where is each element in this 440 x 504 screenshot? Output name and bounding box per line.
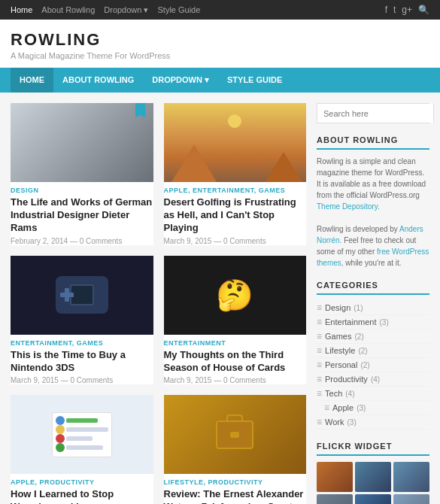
flickr-thumb-2[interactable]: [355, 462, 391, 492]
category-link[interactable]: Work: [325, 417, 344, 427]
search-button[interactable]: 🔍: [433, 104, 440, 123]
main-nav-dropdown[interactable]: DROPDOWN ▾: [143, 68, 218, 93]
about-text-4: while you're at it.: [345, 259, 401, 267]
post-category: DESIGN: [11, 187, 153, 194]
site-tagline: A Magical Magazine Theme For WordPress: [11, 51, 429, 60]
post-thumbnail-wrap: [164, 395, 307, 474]
main-nav-styleguide[interactable]: STYLE GUIDE: [218, 68, 291, 93]
list-item: Work (3): [317, 415, 429, 430]
post-title[interactable]: Desert Golfing is Frustrating as Hell, a…: [164, 196, 307, 235]
list-item: Lifestyle (2): [317, 344, 429, 358]
top-nav-dropdown[interactable]: Dropdown ▾: [104, 5, 148, 15]
post-category: APPLE, ENTERTAINMENT, GAMES: [164, 187, 307, 194]
post-thumbnail-wrap: [11, 103, 153, 182]
list-item: Tech (4): [317, 387, 429, 401]
top-nav-home[interactable]: Home: [11, 5, 32, 15]
post-thumbnail-password[interactable]: [11, 395, 153, 474]
about-link-1[interactable]: Theme Depository.: [317, 202, 380, 211]
googleplus-icon[interactable]: g+: [402, 5, 412, 15]
post-card: 🤔 ENTERTAINMENT My Thoughts on the Third…: [164, 256, 307, 385]
about-text-1: Rowling is a simple and clean magazine t…: [317, 157, 426, 199]
post-card: APPLE, ENTERTAINMENT, GAMES Desert Golfi…: [164, 103, 307, 245]
post-category: ENTERTAINMENT, GAMES: [11, 339, 153, 347]
about-text: Rowling is a simple and clean magazine t…: [317, 156, 429, 269]
post-thumbnail-wrap: 🤔: [164, 256, 307, 335]
main-nav-about[interactable]: ABOUT ROWLING: [53, 68, 143, 93]
post-thumbnail-wrap: [11, 256, 153, 335]
flickr-section: FLICKR WIDGET: [317, 442, 429, 504]
site-title: ROWLING: [11, 30, 429, 50]
sidebar: 🔍 ABOUT ROWLING Rowling is a simple and …: [317, 103, 429, 504]
top-nav-styleguide[interactable]: Style Guide: [157, 5, 200, 15]
post-title[interactable]: Review: The Ernest Alexander Watson Brie…: [164, 488, 307, 504]
post-date: March 9, 2015 — 0 Comments: [11, 376, 153, 384]
categories-section: CATEGORIES Design (1) Entertainment (3) …: [317, 281, 429, 430]
main-content: DESIGN The Life and Works of German Indu…: [11, 103, 317, 504]
list-item: Games (2): [317, 329, 429, 344]
post-card: ENTERTAINMENT, GAMES This is the Time to…: [11, 256, 153, 385]
post-card: LIFESTYLE, PRODUCTIVITY Review: The Erne…: [164, 395, 307, 504]
list-item: Personal (2): [317, 358, 429, 372]
flickr-thumb-4[interactable]: [317, 494, 353, 504]
flickr-thumb-5[interactable]: [355, 494, 391, 504]
post-date: March 9, 2015 — 0 Comments: [164, 376, 307, 384]
post-category: LIFESTYLE, PRODUCTIVITY: [164, 478, 307, 486]
post-category: APPLE, PRODUCTIVITY: [11, 478, 153, 486]
top-bar: Home About Rowling Dropdown ▾ Style Guid…: [0, 0, 440, 20]
list-item: Entertainment (3): [317, 315, 429, 329]
post-title[interactable]: The Life and Works of German Industrial …: [11, 196, 153, 235]
category-link[interactable]: Apple: [332, 403, 354, 412]
post-date: February 2, 2014 — 0 Comments: [11, 237, 153, 245]
social-icons: f t g+ 🔍: [385, 5, 429, 15]
category-link[interactable]: Personal: [325, 360, 357, 369]
post-card: DESIGN The Life and Works of German Indu…: [11, 103, 153, 245]
post-thumbnail-desert[interactable]: [164, 103, 307, 182]
main-nav-home[interactable]: HOME: [11, 68, 53, 93]
post-title[interactable]: How I Learned to Stop Worrying and Love …: [11, 488, 153, 504]
post-thumbnail-design[interactable]: [11, 103, 153, 182]
category-link[interactable]: Games: [325, 332, 351, 341]
post-thumbnail-wrap: [164, 103, 307, 182]
sidebar-search[interactable]: 🔍: [317, 103, 429, 123]
category-link[interactable]: Entertainment: [325, 317, 376, 326]
list-item: Design (1): [317, 301, 429, 315]
post-date: March 9, 2015 — 0 Comments: [164, 237, 307, 245]
flickr-thumb-1[interactable]: [317, 462, 353, 492]
category-link[interactable]: Lifestyle: [325, 346, 355, 355]
facebook-icon[interactable]: f: [385, 5, 387, 15]
category-link[interactable]: Tech: [325, 389, 342, 398]
flickr-thumb-6[interactable]: [393, 494, 429, 504]
flickr-title: FLICKR WIDGET: [317, 442, 429, 456]
post-thumbnail-nintendo[interactable]: [11, 256, 153, 335]
post-title[interactable]: My Thoughts on the Third Season of House…: [164, 349, 307, 375]
top-navigation: Home About Rowling Dropdown ▾ Style Guid…: [11, 5, 200, 15]
about-text-2: Rowling is developed by: [317, 225, 398, 233]
about-section-title: ABOUT ROWLING: [317, 135, 429, 150]
categories-title: CATEGORIES: [317, 281, 429, 295]
top-nav-about[interactable]: About Rowling: [41, 5, 95, 15]
list-item: Productivity (4): [317, 372, 429, 387]
main-container: DESIGN The Life and Works of German Indu…: [0, 93, 440, 504]
person-figure: 🤔: [216, 278, 253, 313]
about-section: ABOUT ROWLING Rowling is a simple and cl…: [317, 135, 429, 269]
search-input[interactable]: [317, 104, 433, 123]
category-link[interactable]: Productivity: [325, 375, 368, 384]
post-card: APPLE, PRODUCTIVITY How I Learned to Sto…: [11, 395, 153, 504]
post-thumbnail-hoc[interactable]: 🤔: [164, 256, 307, 335]
list-item: Apple (3): [317, 401, 429, 415]
post-grid: DESIGN The Life and Works of German Indu…: [11, 103, 306, 504]
post-title[interactable]: This is the Time to Buy a Nintendo 3DS: [11, 349, 153, 375]
flickr-thumb-3[interactable]: [393, 462, 429, 492]
site-header: ROWLING A Magical Magazine Theme For Wor…: [0, 20, 440, 68]
main-navigation: HOME ABOUT ROWLING DROPDOWN ▾ STYLE GUID…: [0, 68, 440, 93]
flickr-grid: [317, 462, 429, 504]
post-thumbnail-briefcase[interactable]: [164, 395, 307, 474]
categories-list: Design (1) Entertainment (3) Games (2) L…: [317, 301, 429, 430]
twitter-icon[interactable]: t: [393, 5, 396, 15]
post-category: ENTERTAINMENT: [164, 339, 307, 347]
post-thumbnail-wrap: [11, 395, 153, 474]
search-icon[interactable]: 🔍: [418, 5, 429, 15]
category-link[interactable]: Design: [325, 303, 350, 312]
